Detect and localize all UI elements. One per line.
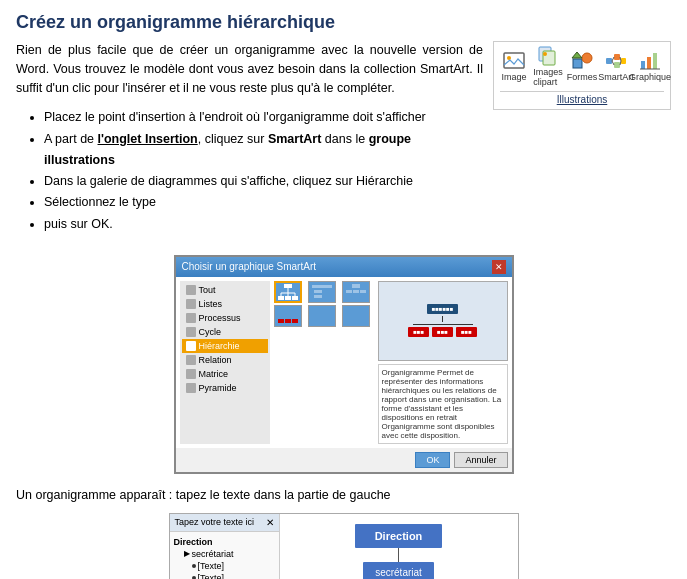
diagram-thumb-2[interactable]: [308, 281, 336, 303]
mini-box-2: ■■■: [432, 327, 453, 337]
graphique-icon[interactable]: Graphique: [636, 51, 664, 82]
svg-line-12: [612, 57, 614, 61]
dialog-cancel-button[interactable]: Annuler: [454, 452, 507, 468]
diagram-thumb-3[interactable]: [342, 281, 370, 303]
mini-box-1: ■■■: [408, 327, 429, 337]
dialog-left-panel: Tout Listes Processus Cycle Hiérarchie R…: [180, 281, 270, 444]
illustrations-label: Illustrations: [500, 91, 664, 105]
svg-rect-42: [323, 314, 332, 317]
svg-rect-23: [292, 296, 298, 300]
svg-rect-38: [285, 319, 291, 323]
diagram-pane: Direction secrétariat: [280, 514, 518, 580]
svg-rect-35: [360, 290, 366, 293]
text-pane-title: Tapez votre texte ici: [175, 517, 255, 527]
text-pane-close-icon[interactable]: ✕: [266, 517, 274, 528]
dialog-close-button[interactable]: ✕: [492, 260, 506, 274]
category-relation[interactable]: Relation: [182, 353, 268, 367]
diagram-thumb-5[interactable]: [308, 305, 336, 327]
svg-rect-17: [647, 57, 651, 69]
illustrations-icons: Image Images clipart Formes: [500, 46, 664, 87]
svg-rect-44: [323, 319, 332, 322]
dialog-right-panel: ■■■■■■ ■■■ ■■■ ■■■ Organigramme Permet d…: [378, 281, 508, 444]
svg-rect-40: [315, 308, 329, 312]
org-top-box[interactable]: Direction: [355, 524, 443, 548]
org-mid-box[interactable]: secrétariat: [363, 562, 434, 580]
org-chart: Direction secrétariat: [286, 520, 512, 580]
intro-text: Rien de plus facile que de créer un orga…: [16, 41, 483, 97]
svg-line-13: [612, 61, 614, 65]
svg-rect-37: [278, 319, 284, 323]
mini-top-box: ■■■■■■: [427, 304, 459, 314]
svg-rect-34: [353, 290, 359, 293]
clipart-icon[interactable]: Images clipart: [534, 46, 562, 87]
image-icon[interactable]: Image: [500, 51, 528, 82]
image-label: Image: [501, 72, 526, 82]
text-secretariat[interactable]: ▶ secrétariat: [174, 548, 275, 560]
category-hierarchie[interactable]: Hiérarchie: [182, 339, 268, 353]
diagram-thumb-4[interactable]: [274, 305, 302, 327]
bullet-5: puis sur OK.: [44, 214, 483, 235]
dialog-body: Tout Listes Processus Cycle Hiérarchie R…: [176, 277, 512, 448]
category-processus[interactable]: Processus: [182, 311, 268, 325]
svg-rect-20: [284, 284, 292, 288]
category-pyramide[interactable]: Pyramide: [182, 381, 268, 395]
text-texte-1[interactable]: [Texte]: [174, 560, 275, 572]
svg-rect-22: [285, 296, 291, 300]
category-tout[interactable]: Tout: [182, 283, 268, 297]
svg-marker-7: [572, 52, 582, 58]
svg-rect-16: [641, 61, 645, 69]
graphique-label: Graphique: [629, 72, 671, 82]
svg-rect-11: [621, 58, 626, 64]
svg-rect-36: [284, 308, 292, 312]
smartart-icon[interactable]: SmartArt: [602, 51, 630, 82]
formes-label: Formes: [567, 72, 598, 82]
svg-line-14: [620, 57, 621, 61]
clipart-label: Images clipart: [533, 67, 563, 87]
diagram-thumb-6[interactable]: [342, 305, 370, 327]
preview-area: ■■■■■■ ■■■ ■■■ ■■■: [378, 281, 508, 361]
bullet-list: Placez le point d'insertion à l'endroit …: [16, 107, 483, 235]
svg-rect-32: [352, 284, 360, 288]
svg-rect-0: [504, 53, 524, 68]
svg-point-1: [507, 56, 511, 60]
dialog-titlebar: Choisir un graphique SmartArt ✕: [176, 257, 512, 277]
dialog-title: Choisir un graphique SmartArt: [182, 261, 317, 272]
text-pane-header: Tapez votre texte ici ✕: [170, 514, 279, 532]
diagram-thumb-1[interactable]: [274, 281, 302, 303]
arrow-icon: ▶: [184, 549, 190, 558]
dialog-ok-button[interactable]: OK: [415, 452, 450, 468]
svg-rect-29: [312, 285, 332, 288]
dialog-center-panel: [274, 281, 374, 444]
category-matrice[interactable]: Matrice: [182, 367, 268, 381]
svg-rect-10: [614, 62, 620, 68]
svg-line-15: [620, 61, 621, 65]
category-listes[interactable]: Listes: [182, 297, 268, 311]
un-text: Un organigramme apparaît : tapez le text…: [16, 486, 671, 505]
svg-rect-45: [352, 308, 360, 312]
smartart-dialog: Choisir un graphique SmartArt ✕ Tout Lis…: [174, 255, 514, 474]
bullet-4: Sélectionnez le type: [44, 192, 483, 213]
bullet-3: Dans la galerie de diagrammes qui s'affi…: [44, 171, 483, 192]
svg-rect-39: [292, 319, 298, 323]
svg-rect-5: [573, 59, 582, 68]
svg-rect-43: [312, 319, 321, 322]
bullet-2: A part de l'onglet Insertion, cliquez su…: [44, 129, 483, 172]
text-texte-2[interactable]: [Texte]: [174, 572, 275, 580]
svg-point-4: [543, 52, 547, 56]
svg-rect-33: [346, 290, 352, 293]
svg-rect-47: [346, 320, 352, 323]
svg-rect-31: [314, 295, 322, 298]
svg-rect-46: [346, 315, 352, 318]
svg-rect-30: [314, 290, 322, 293]
illustrations-box: Image Images clipart Formes: [493, 41, 671, 110]
text-pane: Tapez votre texte ici ✕ Direction ▶ secr…: [170, 514, 280, 580]
mini-org-chart: ■■■■■■ ■■■ ■■■ ■■■: [408, 304, 477, 337]
category-cycle[interactable]: Cycle: [182, 325, 268, 339]
text-direction[interactable]: Direction: [174, 536, 275, 548]
description-area: Organigramme Permet de représenter des i…: [378, 364, 508, 444]
mini-bottom-row: ■■■ ■■■ ■■■: [408, 327, 477, 337]
mini-box-3: ■■■: [456, 327, 477, 337]
formes-icon[interactable]: Formes: [568, 51, 596, 82]
svg-rect-41: [312, 314, 321, 317]
page-title: Créez un organigramme hiérarchique: [16, 12, 671, 33]
